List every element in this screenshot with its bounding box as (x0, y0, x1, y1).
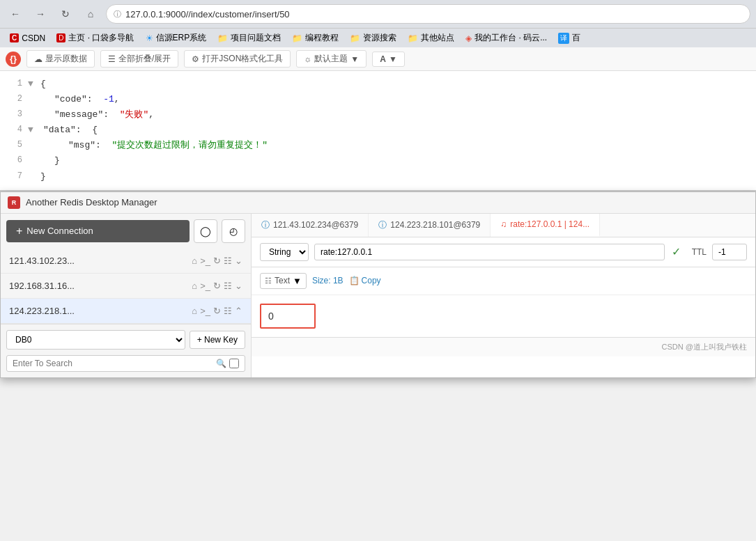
ttl-label: TTL (692, 247, 707, 257)
fold-expand-button[interactable]: ☰ 全部折叠/展开 (100, 50, 178, 68)
key-name-input[interactable] (314, 244, 665, 260)
back-button[interactable]: ← (6, 4, 25, 24)
settings-button[interactable]: ◴ (222, 219, 245, 243)
bookmark-bai[interactable]: 译 百 (554, 31, 585, 45)
connection-item-2[interactable]: 192.168.31.16... ⌂ >_ ↻ ☷ ⌄ (1, 274, 251, 299)
new-connection-label: New Connection (26, 226, 93, 236)
tab-3[interactable]: ♫ rate:127.0.0.1 | 124... (491, 214, 600, 237)
new-connection-button[interactable]: + New Connection (6, 220, 190, 242)
search-input[interactable] (13, 359, 213, 368)
new-key-label: + New Key (197, 335, 238, 345)
expand-conn-icon-2: ⌄ (235, 281, 242, 291)
sidebar-top: + New Connection ◯ ◴ (1, 214, 251, 249)
show-raw-button[interactable]: ☁ 显示原数据 (26, 50, 95, 68)
redis-sidebar: + New Connection ◯ ◴ 121.43.102.23... ⌂ … (1, 214, 252, 377)
fontsize-button[interactable]: A ▼ (372, 52, 405, 67)
json-content-area: 1 ▼ { 2 "code": -1, 3 "message": "失败", 4… (0, 71, 756, 191)
bookmark-xiangmu[interactable]: 📁 项目问题文档 (213, 31, 285, 45)
conn-name-3: 124.223.218.1... (9, 306, 75, 316)
value-box[interactable]: 0 (260, 304, 316, 329)
grid-conn-icon-2: ☷ (224, 281, 232, 291)
bookmark-gongzuo[interactable]: ◈ 我的工作台 · 码云... (461, 31, 551, 45)
clock-icon: ◴ (229, 226, 238, 237)
search-checkbox[interactable] (229, 359, 239, 368)
value-text: 0 (268, 311, 274, 322)
folder-icon-2: 📁 (292, 33, 302, 43)
json-tool-icon: ⚙ (192, 54, 199, 64)
redis-main: ⓘ 121.43.102.234@6379 ⓘ 124.223.218.101@… (252, 214, 755, 377)
main-tabs: ⓘ 121.43.102.234@6379 ⓘ 124.223.218.101@… (252, 214, 755, 237)
csdn-label: CSDN (22, 33, 45, 43)
url-text: 127.0.0.1:9000//index/customer/insert/50 (125, 9, 290, 19)
refresh-connections-button[interactable]: ◯ (194, 219, 217, 243)
address-bar[interactable]: ⓘ 127.0.0.1:9000//index/customer/insert/… (106, 4, 750, 24)
grid-conn-icon: ☷ (224, 256, 232, 266)
new-key-button[interactable]: + New Key (190, 331, 245, 349)
bookmark-qita[interactable]: 📁 其他站点 (403, 31, 458, 45)
copy-button[interactable]: 📋 Copy (349, 276, 381, 285)
folder-icon-1: 📁 (217, 33, 228, 43)
tab-1[interactable]: ⓘ 121.43.102.234@6379 (252, 214, 369, 237)
search-input-wrap[interactable]: 🔍 (6, 355, 245, 372)
conn-actions-3: ⌂ >_ ↻ ☷ ⌃ (192, 306, 242, 316)
bookmark-daohang[interactable]: D 主页 · 口袋多导航 (52, 31, 138, 45)
tab-label-1: 121.43.102.234@6379 (273, 220, 358, 230)
tab-info-icon-1: ⓘ (261, 219, 270, 231)
json-toolbar: {} ☁ 显示原数据 ☰ 全部折叠/展开 ⚙ 打开JSON格式化工具 ☼ 默认主… (0, 47, 756, 71)
ttl-input[interactable] (712, 244, 747, 260)
folder-icon-4: 📁 (408, 33, 418, 43)
redis-window-title: Another Redis Desktop Manager (26, 197, 157, 207)
format-grid-icon: ☷ (265, 276, 272, 285)
redis-footer: CSDN @道上叫我卢铁柱 (252, 337, 755, 356)
bookmarks-bar: C CSDN D 主页 · 口袋多导航 ☀ 信源ERP系统 📁 项目问题文档 📁… (0, 28, 756, 47)
format-arrow-icon: ▼ (293, 276, 302, 286)
cloud-icon: ☁ (34, 54, 43, 64)
refresh-button[interactable]: ↻ (56, 4, 75, 24)
biancheng-label: 编程教程 (305, 32, 339, 44)
tab-2[interactable]: ⓘ 124.223.218.101@6379 (369, 214, 491, 237)
json-badge: {} (6, 52, 21, 67)
home-conn-icon-3: ⌂ (192, 306, 197, 316)
connection-item-3[interactable]: 124.223.218.1... ⌂ >_ ↻ ☷ ⌃ (1, 299, 251, 324)
redis-body: + New Connection ◯ ◴ 121.43.102.23... ⌂ … (1, 214, 755, 377)
gongzuo-icon: ◈ (465, 33, 472, 43)
home-button[interactable]: ⌂ (81, 4, 100, 24)
plus-icon: + (16, 225, 22, 237)
terminal-conn-icon: >_ (200, 256, 210, 266)
bookmark-csdn[interactable]: C CSDN (6, 32, 49, 45)
copy-icon: 📋 (349, 276, 360, 285)
refresh-conn-icon-2: ↻ (213, 281, 221, 291)
fontsize-arrow: ▼ (389, 54, 397, 64)
bookmark-ziyuan[interactable]: 📁 资源搜索 (346, 31, 401, 45)
theme-icon: ☼ (304, 54, 311, 64)
db-selector[interactable]: DB0 (6, 330, 185, 350)
size-badge: Size: 1B (312, 276, 344, 285)
forward-button[interactable]: → (31, 4, 50, 24)
conn-name-2: 192.168.31.16... (9, 281, 75, 291)
csdn-icon: C (10, 33, 19, 42)
xingyuan-label: 信源ERP系统 (156, 32, 207, 44)
gongzuo-label: 我的工作台 · 码云... (475, 32, 547, 44)
bai-label: 百 (572, 32, 580, 44)
json-format-button[interactable]: ⚙ 打开JSON格式化工具 (184, 50, 291, 68)
redis-window-icon: R (8, 196, 20, 209)
key-type-select[interactable]: String (260, 243, 309, 261)
refresh-conn-icon: ↻ (213, 256, 221, 266)
bookmark-biancheng[interactable]: 📁 编程教程 (288, 31, 343, 45)
circle-icon: ◯ (200, 226, 211, 237)
tab-info-icon-2: ⓘ (378, 219, 387, 231)
connection-item-1[interactable]: 121.43.102.23... ⌂ >_ ↻ ☷ ⌄ (1, 249, 251, 274)
browser-top-bar: ← → ↻ ⌂ ⓘ 127.0.0.1:9000//index/customer… (0, 0, 756, 28)
theme-button[interactable]: ☼ 默认主题 ▼ (296, 50, 367, 68)
format-label: Text (275, 276, 290, 285)
refresh-conn-icon-3: ↻ (213, 306, 221, 316)
json-line-3: 3 "message": "失败", (11, 107, 745, 123)
json-line-1: 1 ▼ { (11, 77, 745, 92)
footer-text: CSDN @道上叫我卢铁柱 (662, 343, 747, 351)
home-conn-icon: ⌂ (192, 256, 197, 266)
ziyuan-label: 资源搜索 (363, 32, 396, 44)
key-bar: String ✓ TTL (252, 237, 755, 267)
terminal-conn-icon-3: >_ (200, 306, 210, 316)
format-select[interactable]: ☷ Text ▼ (260, 273, 307, 289)
bookmark-xingyuan[interactable]: ☀ 信源ERP系统 (141, 31, 211, 45)
